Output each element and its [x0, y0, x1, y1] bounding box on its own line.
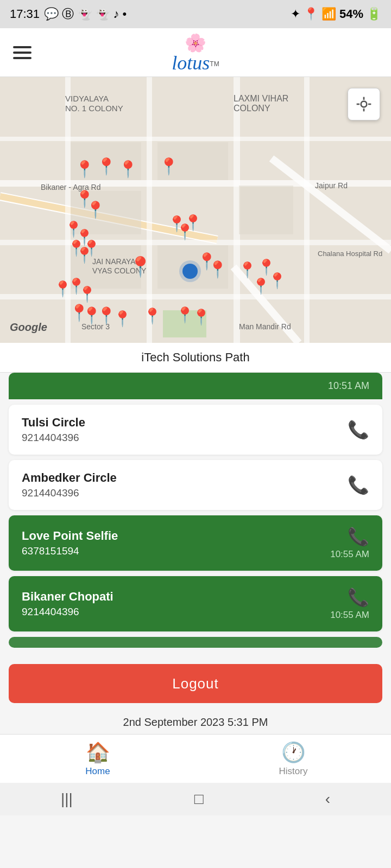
svg-text:Chalana Hospital Rd: Chalana Hospital Rd — [318, 250, 382, 258]
app-header: 🌸 lotusTM — [0, 28, 391, 77]
back-button[interactable]: ‹ — [325, 790, 330, 808]
battery-level: 54% — [339, 7, 363, 21]
status-left: 17:31 💬 Ⓑ 👻 👻 ♪ • — [10, 6, 127, 22]
svg-text:NO. 1 COLONY: NO. 1 COLONY — [65, 104, 123, 113]
svg-text:📍: 📍 — [184, 214, 203, 232]
svg-text:VIDYALAYA: VIDYALAYA — [65, 94, 109, 103]
svg-text:📍: 📍 — [82, 239, 101, 257]
status-right: ✦ 📍 📶 54% 🔋 — [291, 7, 381, 21]
status-bar: 17:31 💬 Ⓑ 👻 👻 ♪ • ✦ 📍 📶 54% 🔋 — [0, 0, 391, 28]
svg-rect-7 — [65, 77, 71, 343]
card-right: 📞 — [348, 475, 369, 495]
svg-text:📍: 📍 — [78, 285, 97, 303]
nav-home-label: Home — [85, 766, 110, 777]
card-info: Bikaner Chopati 9214404396 — [22, 590, 330, 618]
svg-rect-6 — [0, 137, 391, 141]
card-info: Tulsi Circle 9214404396 — [22, 416, 348, 444]
nav-home[interactable]: 🏠 Home — [0, 735, 195, 783]
logo-text: lotusTM — [172, 53, 219, 73]
nav-history-label: History — [279, 766, 308, 777]
svg-text:📍: 📍 — [113, 310, 132, 328]
card-time: 10:55 AM — [330, 549, 369, 560]
svg-text:📍: 📍 — [192, 308, 211, 326]
card-right: 📞 10:55 AM — [330, 587, 369, 621]
home-icon: 🏠 — [86, 741, 110, 764]
svg-rect-4 — [0, 240, 391, 245]
date-footer: 2nd September 2023 5:31 PM — [0, 709, 391, 734]
card-phone: 9214404396 — [22, 606, 330, 618]
battery-icon: 🔋 — [367, 7, 381, 21]
phone-icon[interactable]: 📞 — [348, 419, 369, 440]
app-logo: 🌸 lotusTM — [172, 33, 219, 73]
svg-text:Jaipur Rd: Jaipur Rd — [315, 181, 348, 190]
logout-button[interactable]: Logout — [9, 664, 382, 703]
phone-icon[interactable]: 📞 — [348, 587, 369, 608]
bluetooth-icon: ✦ — [291, 7, 300, 21]
cards-container: 10:51 AM Tulsi Circle 9214404396 📞 Ambed… — [0, 373, 391, 659]
map-container[interactable]: VIDYALAYA NO. 1 COLONY LAXMI VIHAR COLON… — [0, 77, 391, 343]
recent-apps-button[interactable]: ||| — [61, 790, 73, 808]
svg-rect-18 — [239, 186, 293, 234]
card-name: Love Point Selfie — [22, 529, 330, 543]
nav-history[interactable]: 🕐 History — [195, 735, 391, 783]
svg-text:📍: 📍 — [118, 159, 138, 179]
card-info: Love Point Selfie 6378151594 — [22, 529, 330, 557]
svg-text:Man Mandir Rd: Man Mandir Rd — [239, 322, 291, 331]
home-button[interactable]: □ — [194, 790, 204, 808]
path-title: iTech Solutions Path — [0, 343, 391, 373]
wifi-icon: 📶 — [321, 7, 336, 21]
card-right: 📞 10:55 AM — [330, 526, 369, 560]
card-phone: 6378151594 — [22, 545, 330, 557]
svg-text:📍: 📍 — [159, 157, 179, 176]
svg-rect-8 — [147, 77, 152, 343]
svg-text:📍: 📍 — [143, 307, 162, 325]
svg-point-65 — [361, 101, 367, 107]
card-phone: 9214404396 — [22, 432, 348, 444]
history-icon: 🕐 — [281, 741, 306, 764]
card-name: Ambedker Circle — [22, 471, 348, 485]
location-icon: 📍 — [304, 7, 318, 21]
svg-rect-10 — [304, 77, 310, 343]
svg-text:Google: Google — [10, 321, 47, 333]
card-info: Ambedker Circle 9214404396 — [22, 471, 348, 499]
card-name: Tulsi Circle — [22, 416, 348, 430]
svg-text:📍: 📍 — [207, 260, 228, 279]
svg-text:📍: 📍 — [128, 255, 153, 278]
card-time-0: 10:51 AM — [328, 380, 369, 392]
location-card-tulsi[interactable]: Tulsi Circle 9214404396 📞 — [9, 405, 382, 455]
location-card-ambedker[interactable]: Ambedker Circle 9214404396 📞 — [9, 460, 382, 510]
svg-text:📍: 📍 — [85, 200, 106, 220]
card-phone: 9214404396 — [22, 487, 348, 499]
svg-text:COLONY: COLONY — [234, 104, 270, 113]
card-time: 10:55 AM — [330, 610, 369, 621]
phone-icon[interactable]: 📞 — [348, 526, 369, 547]
logout-section: Logout — [0, 659, 391, 709]
svg-text:📍: 📍 — [74, 159, 95, 179]
location-button[interactable] — [348, 88, 380, 120]
logo-flower-icon: 🌸 — [185, 33, 206, 53]
svg-text:LAXMI VIHAR: LAXMI VIHAR — [234, 94, 288, 103]
status-icons: 💬 Ⓑ 👻 👻 ♪ • — [44, 6, 127, 22]
location-card-lovepointselfie[interactable]: Love Point Selfie 6378151594 📞 10:55 AM — [9, 515, 382, 571]
card-green-strip: 10:51 AM — [9, 373, 382, 399]
svg-text:📍: 📍 — [96, 157, 117, 176]
card-right: 📞 — [348, 419, 369, 440]
system-nav-bar: ||| □ ‹ — [0, 783, 391, 815]
phone-icon[interactable]: 📞 — [348, 475, 369, 495]
bottom-navigation: 🏠 Home 🕐 History — [0, 734, 391, 783]
svg-text:📍: 📍 — [268, 272, 287, 290]
hamburger-menu[interactable] — [13, 46, 31, 59]
location-card-bikanerchopati[interactable]: Bikaner Chopati 9214404396 📞 10:55 AM — [9, 576, 382, 631]
svg-text:📍: 📍 — [238, 261, 257, 279]
status-time: 17:31 — [10, 7, 40, 21]
card-name: Bikaner Chopati — [22, 590, 330, 604]
